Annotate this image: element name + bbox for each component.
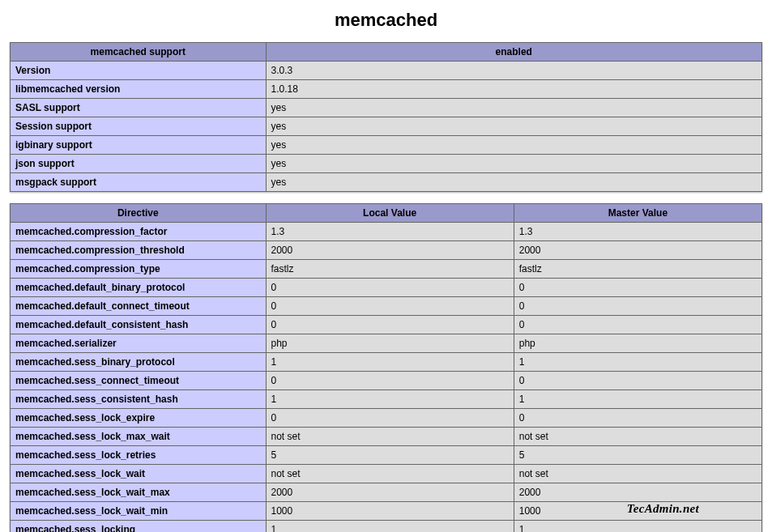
table-row: memcached.sess_lock_expire00 bbox=[11, 409, 762, 428]
table-row: json supportyes bbox=[11, 155, 762, 173]
master-value: fastlz bbox=[514, 260, 761, 279]
master-value: 1.3 bbox=[514, 223, 761, 241]
table-row: memcached.sess_consistent_hash11 bbox=[11, 390, 762, 409]
local-value: 2000 bbox=[266, 241, 514, 260]
table-row: memcached.serializerphpphp bbox=[11, 334, 762, 353]
directive-name: memcached.sess_lock_retries bbox=[11, 446, 267, 465]
table-row: Version3.0.3 bbox=[11, 62, 762, 80]
directive-name: memcached.default_connect_timeout bbox=[11, 297, 267, 316]
directive-name: memcached.sess_lock_wait_max bbox=[11, 483, 267, 502]
support-label: json support bbox=[11, 155, 267, 173]
support-header-label: memcached support bbox=[11, 43, 267, 62]
directive-name: memcached.sess_lock_max_wait bbox=[11, 428, 267, 446]
local-value: not set bbox=[266, 465, 514, 483]
master-value: 1 bbox=[514, 390, 761, 409]
table-row: memcached.sess_lock_waitnot setnot set bbox=[11, 465, 762, 483]
local-value: 0 bbox=[266, 372, 514, 390]
local-value: 1 bbox=[266, 521, 514, 533]
table-row: memcached.compression_typefastlzfastlz bbox=[11, 260, 762, 279]
local-value: 2000 bbox=[266, 483, 514, 502]
table-row: memcached.sess_lock_retries55 bbox=[11, 446, 762, 465]
support-value: yes bbox=[266, 117, 761, 136]
directive-name: memcached.sess_lock_expire bbox=[11, 409, 267, 428]
directive-header: Directive bbox=[11, 204, 267, 223]
local-value: 1.3 bbox=[266, 223, 514, 241]
master-value: 1 bbox=[514, 353, 761, 372]
master-value-header: Master Value bbox=[514, 204, 761, 223]
support-table: memcached support enabled Version3.0.3li… bbox=[10, 42, 762, 192]
support-label: Session support bbox=[11, 117, 267, 136]
table-row: memcached.sess_lock_max_waitnot setnot s… bbox=[11, 428, 762, 446]
directive-name: memcached.compression_type bbox=[11, 260, 267, 279]
master-value: 2000 bbox=[514, 483, 761, 502]
local-value: 0 bbox=[266, 409, 514, 428]
table-row: memcached.sess_lock_wait_min10001000 bbox=[11, 502, 762, 521]
master-value: 2000 bbox=[514, 241, 761, 260]
table-row: memcached.sess_connect_timeout00 bbox=[11, 372, 762, 390]
support-label: SASL support bbox=[11, 99, 267, 117]
directive-name: memcached.sess_locking bbox=[11, 521, 267, 533]
table-row: memcached.default_consistent_hash00 bbox=[11, 316, 762, 334]
table-row: Session supportyes bbox=[11, 117, 762, 136]
support-label: igbinary support bbox=[11, 136, 267, 155]
table-row: memcached.sess_locking11 bbox=[11, 521, 762, 533]
master-value: 1 bbox=[514, 521, 761, 533]
local-value: 0 bbox=[266, 279, 514, 297]
support-value: yes bbox=[266, 173, 761, 192]
support-label: msgpack support bbox=[11, 173, 267, 192]
directive-name: memcached.compression_factor bbox=[11, 223, 267, 241]
master-value: not set bbox=[514, 465, 761, 483]
local-value: 1 bbox=[266, 353, 514, 372]
local-value: fastlz bbox=[266, 260, 514, 279]
table-row: igbinary supportyes bbox=[11, 136, 762, 155]
local-value: 0 bbox=[266, 297, 514, 316]
master-value: 1000 bbox=[514, 502, 761, 521]
directive-name: memcached.sess_lock_wait_min bbox=[11, 502, 267, 521]
master-value: 5 bbox=[514, 446, 761, 465]
local-value: 1 bbox=[266, 390, 514, 409]
master-value: 0 bbox=[514, 316, 761, 334]
directive-name: memcached.default_binary_protocol bbox=[11, 279, 267, 297]
local-value-header: Local Value bbox=[266, 204, 514, 223]
table-row: msgpack supportyes bbox=[11, 173, 762, 192]
table-row: memcached.default_binary_protocol00 bbox=[11, 279, 762, 297]
directive-name: memcached.sess_binary_protocol bbox=[11, 353, 267, 372]
directive-name: memcached.sess_consistent_hash bbox=[11, 390, 267, 409]
master-value: 0 bbox=[514, 297, 761, 316]
support-value: 1.0.18 bbox=[266, 80, 761, 99]
support-header-value: enabled bbox=[266, 43, 761, 62]
support-value: yes bbox=[266, 155, 761, 173]
local-value: php bbox=[266, 334, 514, 353]
table-row: libmemcached version1.0.18 bbox=[11, 80, 762, 99]
table-row: memcached.sess_lock_wait_max20002000 bbox=[11, 483, 762, 502]
local-value: 5 bbox=[266, 446, 514, 465]
master-value: 0 bbox=[514, 372, 761, 390]
table-row: memcached.sess_binary_protocol11 bbox=[11, 353, 762, 372]
directive-name: memcached.sess_connect_timeout bbox=[11, 372, 267, 390]
table-header-row: memcached support enabled bbox=[11, 43, 762, 62]
support-label: Version bbox=[11, 62, 267, 80]
support-value: yes bbox=[266, 136, 761, 155]
support-value: yes bbox=[266, 99, 761, 117]
local-value: not set bbox=[266, 428, 514, 446]
table-row: SASL supportyes bbox=[11, 99, 762, 117]
table-row: memcached.default_connect_timeout00 bbox=[11, 297, 762, 316]
local-value: 1000 bbox=[266, 502, 514, 521]
local-value: 0 bbox=[266, 316, 514, 334]
master-value: not set bbox=[514, 428, 761, 446]
support-label: libmemcached version bbox=[11, 80, 267, 99]
table-row: memcached.compression_threshold20002000 bbox=[11, 241, 762, 260]
page-title: memcached bbox=[10, 10, 762, 31]
directive-name: memcached.serializer bbox=[11, 334, 267, 353]
directive-name: memcached.default_consistent_hash bbox=[11, 316, 267, 334]
support-value: 3.0.3 bbox=[266, 62, 761, 80]
master-value: php bbox=[514, 334, 761, 353]
master-value: 0 bbox=[514, 279, 761, 297]
master-value: 0 bbox=[514, 409, 761, 428]
directive-name: memcached.sess_lock_wait bbox=[11, 465, 267, 483]
directive-name: memcached.compression_threshold bbox=[11, 241, 267, 260]
table-header-row: Directive Local Value Master Value bbox=[11, 204, 762, 223]
directives-table: Directive Local Value Master Value memca… bbox=[10, 203, 762, 532]
table-row: memcached.compression_factor1.31.3 bbox=[11, 223, 762, 241]
